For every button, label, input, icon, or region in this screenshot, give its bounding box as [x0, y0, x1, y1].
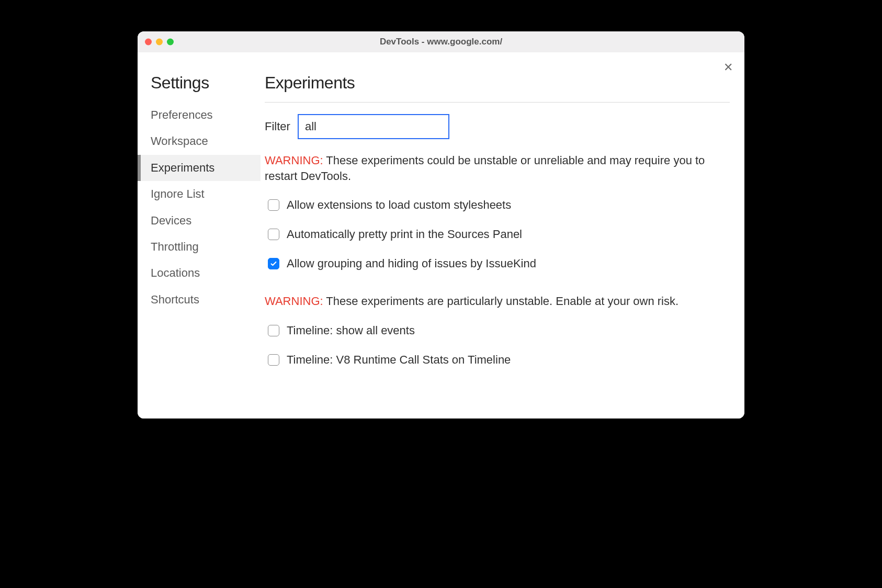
- experiment-checkbox[interactable]: [268, 258, 279, 269]
- warning-unstable: WARNING: These experiments could be unst…: [265, 153, 730, 184]
- experiment-item: Timeline: show all events: [265, 324, 730, 337]
- sidebar-item-shortcuts[interactable]: Shortcuts: [138, 287, 261, 313]
- sidebar-item-experiments[interactable]: Experiments: [138, 155, 261, 181]
- experiment-group-2: Timeline: show all events Timeline: V8 R…: [265, 324, 730, 367]
- check-icon: [270, 260, 277, 267]
- content-area: ✕ Settings Preferences Workspace Experim…: [138, 52, 744, 419]
- filter-label: Filter: [265, 120, 290, 133]
- sidebar-item-ignore-list[interactable]: Ignore List: [138, 181, 261, 207]
- experiment-checkbox[interactable]: [268, 229, 279, 240]
- window-maximize-button[interactable]: [167, 39, 174, 46]
- window-title: DevTools - www.google.com/: [138, 37, 744, 47]
- traffic-lights: [145, 39, 174, 46]
- experiment-item: Automatically pretty print in the Source…: [265, 228, 730, 241]
- experiment-label: Automatically pretty print in the Source…: [287, 228, 522, 241]
- window-close-button[interactable]: [145, 39, 152, 46]
- sidebar-item-throttling[interactable]: Throttling: [138, 234, 261, 260]
- window-minimize-button[interactable]: [156, 39, 163, 46]
- experiment-checkbox[interactable]: [268, 325, 279, 336]
- warning-label: WARNING:: [265, 295, 323, 308]
- titlebar: DevTools - www.google.com/: [138, 31, 744, 52]
- sidebar-item-devices[interactable]: Devices: [138, 208, 261, 234]
- page-title: Experiments: [265, 73, 730, 103]
- warning-text: These experiments are particularly unsta…: [323, 295, 679, 308]
- sidebar-item-locations[interactable]: Locations: [138, 260, 261, 286]
- warning-label: WARNING:: [265, 154, 323, 167]
- experiment-item: Allow extensions to load custom styleshe…: [265, 198, 730, 212]
- main-panel: Experiments Filter WARNING: These experi…: [261, 52, 744, 419]
- experiment-label: Timeline: V8 Runtime Call Stats on Timel…: [287, 353, 511, 367]
- filter-input[interactable]: [298, 114, 449, 139]
- experiment-item: Allow grouping and hiding of issues by I…: [265, 257, 730, 270]
- filter-row: Filter: [265, 114, 730, 139]
- warning-risky: WARNING: These experiments are particula…: [265, 293, 730, 309]
- experiment-checkbox[interactable]: [268, 354, 279, 366]
- experiment-item: Timeline: V8 Runtime Call Stats on Timel…: [265, 353, 730, 367]
- devtools-window: DevTools - www.google.com/ ✕ Settings Pr…: [138, 31, 744, 419]
- sidebar-item-workspace[interactable]: Workspace: [138, 128, 261, 154]
- sidebar-item-preferences[interactable]: Preferences: [138, 102, 261, 128]
- close-icon[interactable]: ✕: [723, 62, 733, 73]
- experiment-label: Timeline: show all events: [287, 324, 415, 337]
- experiment-checkbox[interactable]: [268, 199, 279, 211]
- experiment-label: Allow extensions to load custom styleshe…: [287, 198, 511, 212]
- sidebar-heading: Settings: [138, 73, 261, 102]
- settings-sidebar: Settings Preferences Workspace Experimen…: [138, 52, 261, 419]
- warning-text: These experiments could be unstable or u…: [265, 154, 705, 183]
- experiment-label: Allow grouping and hiding of issues by I…: [287, 257, 536, 270]
- experiment-group-1: Allow extensions to load custom styleshe…: [265, 198, 730, 270]
